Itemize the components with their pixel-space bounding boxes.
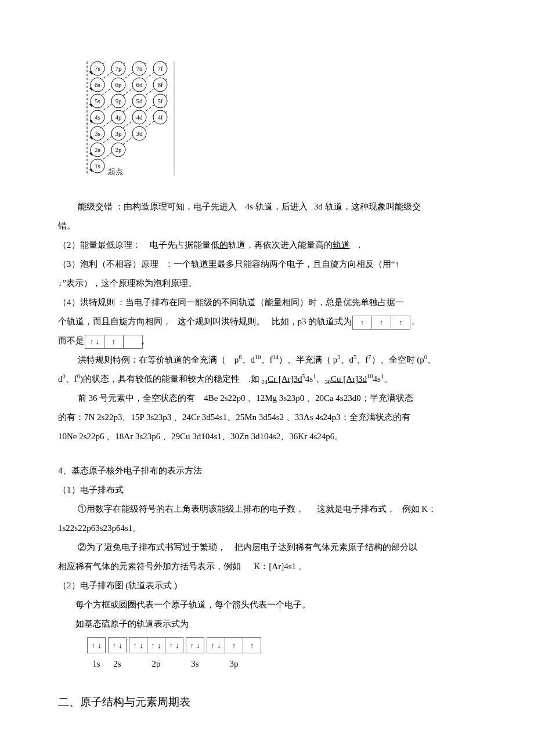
svg-text:6p: 6p — [116, 81, 122, 88]
p-level-cross: 能级交错 ：由构造原理可知，电子先进入 4s 轨道，后进入 3d 轨道，这种现象… — [58, 197, 476, 216]
svg-text:5f: 5f — [157, 97, 163, 104]
svg-text:1s: 1s — [95, 162, 100, 169]
svg-text:7p: 7p — [116, 65, 122, 72]
s4-2: （2）电子排布图 (轨道表示式 ) — [58, 576, 476, 595]
svg-text:3p: 3p — [116, 130, 122, 137]
svg-text:5s: 5s — [95, 97, 100, 104]
s4-1: （1）电子排布式 — [58, 480, 476, 500]
p-hund-3: 而不是 ↑ ↓↑ 。 — [58, 331, 476, 350]
p-36-3: 10Ne 2s22p6 、18Ar 3s23p6 、29Cu 3d104s1、3… — [58, 427, 476, 446]
svg-text:7s: 7s — [95, 65, 100, 72]
p-36-1: 前 36 号元素中，全空状态的有 4Be 2s22p0 、12Mg 3s23p0… — [58, 389, 476, 408]
svg-text:7f: 7f — [157, 65, 163, 72]
orbital-box-diagram: ↑↓1s↑↓2s↑↓↑↓↑↓2p↑↓3s↑↓↑↑3p — [87, 637, 264, 674]
p-36-2: 的有：7N 2s22p3、15P 3s23p3 、24Cr 3d54s1、25M… — [58, 408, 476, 427]
s4-title: 4、基态原子核外电子排布的表示方法 — [58, 461, 476, 480]
orbital-inline-2: ↑ ↓↑ — [85, 335, 143, 349]
s4-1d: 相应稀有气体的元素符号外加方括号表示，例如 K：[Ar]4s1 。 — [58, 557, 476, 576]
p-hund-special-2: d0、f0)的状态，具有较低的能量和较大的稳定性 .如 24Cr [Ar]3d5… — [58, 370, 476, 389]
s4-1a: ①用数字在能级符号的右上角表明该能级上排布的电子数， 这就是电子排布式， 例如 … — [58, 500, 476, 519]
p-hund-special-1: 洪特规则特例：在等价轨道的全充满（ p6、d10、f14）、半充满（ p3、d5… — [58, 350, 476, 370]
svg-text:4s: 4s — [95, 114, 100, 121]
s4-1c: ②为了避免电子排布式书写过于繁琐， 把内层电子达到稀有气体元素原子结构的部分以 — [58, 538, 476, 557]
svg-text:6s: 6s — [95, 81, 100, 88]
orbital-inline-1: ↑↑↑ — [352, 316, 410, 330]
svg-text:3d: 3d — [136, 130, 143, 137]
svg-text:起点: 起点 — [108, 167, 123, 176]
section-2-title: 二、原子结构与元素周期表 — [58, 690, 476, 714]
svg-text:3s: 3s — [95, 130, 100, 137]
svg-text:6d: 6d — [136, 81, 143, 88]
p-lowest-energy: （2）能量最低原理： 电子先占据能量低的轨道，再依次进入能量高的轨道 . — [58, 236, 476, 255]
s4-1b: 1s22s22p63s23p64s1。 — [58, 519, 476, 538]
svg-text:5d: 5d — [136, 97, 143, 104]
svg-text:6f: 6f — [157, 81, 163, 88]
p-level-cross-2: 错。 — [58, 216, 476, 236]
s4-2a: 每个方框或圆圈代表一个原子轨道，每个箭头代表一个电子。 — [58, 595, 476, 614]
svg-text:2p: 2p — [116, 146, 122, 153]
s4-2b: 如基态硫原子的轨道表示式为 — [58, 614, 476, 634]
p-hund-1: （4）洪特规则 ：当电子排布在同一能级的不同轨道（能量相同）时，总是优先单独占据… — [58, 293, 476, 312]
svg-text:4p: 4p — [116, 114, 122, 121]
p-pauli-2: ↓”表示），这个原理称为泡利原理。 — [58, 274, 476, 293]
p-pauli-1: （3）泡利（不相容）原理 ：一个轨道里最多只能容纳两个电子，且自旋方向相反（用“… — [58, 255, 476, 274]
svg-text:5p: 5p — [116, 97, 122, 104]
svg-text:4f: 4f — [157, 114, 163, 121]
svg-text:7d: 7d — [136, 65, 143, 72]
aufbau-diagram: 7s7p7d7f6s6p6d6f5s5p5d5f4s4p4d4f3s3p3d2s… — [81, 58, 476, 191]
svg-text:4d: 4d — [136, 114, 143, 121]
svg-text:2s: 2s — [95, 146, 100, 153]
p-hund-2: 个轨道，而且自旋方向相同， 这个规则叫洪特规则。 比如，p3 的轨道式为 ↑↑↑… — [58, 312, 476, 331]
